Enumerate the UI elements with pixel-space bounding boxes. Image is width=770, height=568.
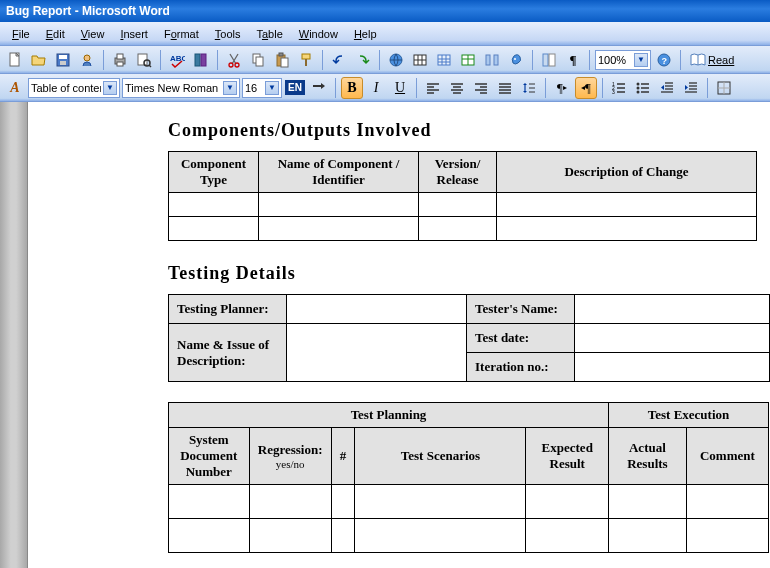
align-right-button[interactable]	[470, 77, 492, 99]
cell[interactable]	[575, 324, 770, 353]
group-test-planning: Test Planning	[169, 403, 609, 428]
zoom-combo[interactable]: 100% ▼	[595, 50, 651, 70]
heading-testing: Testing Details	[168, 263, 770, 284]
col-regression: Regression: yes/no	[249, 428, 331, 485]
drawing-button[interactable]	[505, 49, 527, 71]
borders-button[interactable]	[713, 77, 735, 99]
menu-edit[interactable]: Edit	[38, 26, 73, 42]
ltr-para-button[interactable]: ¶▸	[551, 77, 573, 99]
test-planning-table: Test Planning Test Execution System Docu…	[168, 402, 769, 553]
col-version: Version/ Release	[419, 152, 497, 193]
svg-rect-19	[279, 53, 283, 56]
col-component-type: Component Type	[169, 152, 259, 193]
menu-insert[interactable]: Insert	[112, 26, 156, 42]
underline-button[interactable]: U	[389, 77, 411, 99]
cut-button[interactable]	[223, 49, 245, 71]
open-button[interactable]	[28, 49, 50, 71]
font-size-combo[interactable]: 16 ▼	[242, 78, 282, 98]
separator	[217, 50, 218, 70]
align-left-button[interactable]	[422, 77, 444, 99]
style-combo[interactable]: Table of conter ▼	[28, 78, 120, 98]
menu-file[interactable]: File	[4, 26, 38, 42]
svg-rect-39	[543, 54, 548, 66]
chevron-down-icon: ▼	[634, 53, 648, 67]
menu-help[interactable]: Help	[346, 26, 385, 42]
rtl-para-button[interactable]: ◂¶	[575, 77, 597, 99]
font-combo[interactable]: Times New Roman ▼	[122, 78, 240, 98]
svg-point-4	[84, 55, 90, 61]
spelling-button[interactable]: ABC	[166, 49, 188, 71]
redo-button[interactable]	[352, 49, 374, 71]
insert-table-button[interactable]	[433, 49, 455, 71]
bold-button[interactable]: B	[341, 77, 363, 99]
new-doc-button[interactable]	[4, 49, 26, 71]
research-button[interactable]	[190, 49, 212, 71]
format-painter-button[interactable]	[295, 49, 317, 71]
permission-button[interactable]	[76, 49, 98, 71]
svg-rect-44	[313, 85, 322, 87]
styles-pane-button[interactable]: A	[4, 77, 26, 99]
svg-rect-7	[117, 62, 123, 66]
decrease-indent-button[interactable]	[656, 77, 678, 99]
increase-indent-button[interactable]	[680, 77, 702, 99]
language-button[interactable]: EN	[284, 77, 306, 99]
menu-window[interactable]: Window	[291, 26, 346, 42]
svg-text:3: 3	[612, 89, 615, 95]
menu-view[interactable]: View	[73, 26, 113, 42]
tables-borders-button[interactable]	[409, 49, 431, 71]
numbering-button[interactable]: 123	[608, 77, 630, 99]
cell[interactable]	[575, 295, 770, 324]
svg-rect-17	[256, 57, 263, 66]
separator	[322, 50, 323, 70]
columns-button[interactable]	[481, 49, 503, 71]
col-description: Description of Change	[497, 152, 757, 193]
svg-rect-36	[486, 55, 490, 65]
undo-button[interactable]	[328, 49, 350, 71]
doc-map-button[interactable]	[538, 49, 560, 71]
table-row[interactable]	[169, 217, 757, 241]
svg-rect-20	[281, 58, 288, 67]
cell[interactable]	[287, 324, 467, 382]
bullets-button[interactable]	[632, 77, 654, 99]
align-center-button[interactable]	[446, 77, 468, 99]
label-testing-planner: Testing Planner:	[169, 295, 287, 324]
document-area[interactable]: Components/Outputs Involved Component Ty…	[28, 102, 770, 568]
separator	[602, 78, 603, 98]
svg-rect-13	[201, 54, 206, 66]
save-button[interactable]	[52, 49, 74, 71]
table-row[interactable]	[169, 193, 757, 217]
separator	[707, 78, 708, 98]
title-bar: Bug Report - Microsoft Word	[0, 0, 770, 22]
cell[interactable]	[287, 295, 467, 324]
svg-point-71	[637, 82, 640, 85]
separator	[335, 78, 336, 98]
table-row[interactable]	[169, 519, 769, 553]
svg-rect-28	[438, 55, 450, 65]
menu-tools[interactable]: Tools	[207, 26, 249, 42]
show-hide-button[interactable]: ¶	[562, 49, 584, 71]
ltr-icon[interactable]	[308, 77, 330, 99]
svg-point-73	[637, 90, 640, 93]
italic-button[interactable]: I	[365, 77, 387, 99]
chevron-down-icon: ▼	[265, 81, 279, 95]
hyperlink-button[interactable]	[385, 49, 407, 71]
read-button[interactable]: Read	[686, 53, 738, 67]
table-row[interactable]	[169, 485, 769, 519]
paste-button[interactable]	[271, 49, 293, 71]
print-button[interactable]	[109, 49, 131, 71]
cell[interactable]	[575, 353, 770, 382]
copy-button[interactable]	[247, 49, 269, 71]
excel-button[interactable]	[457, 49, 479, 71]
print-preview-button[interactable]	[133, 49, 155, 71]
style-value: Table of conter	[31, 82, 101, 94]
menu-table[interactable]: Table	[248, 26, 290, 42]
label-test-date: Test date:	[467, 324, 575, 353]
help-button[interactable]: ?	[653, 49, 675, 71]
justify-button[interactable]	[494, 77, 516, 99]
font-value: Times New Roman	[125, 82, 221, 94]
label-tester-name: Tester's Name:	[467, 295, 575, 324]
workspace: Components/Outputs Involved Component Ty…	[0, 102, 770, 568]
line-spacing-button[interactable]	[518, 77, 540, 99]
menu-format[interactable]: Format	[156, 26, 207, 42]
separator	[416, 78, 417, 98]
